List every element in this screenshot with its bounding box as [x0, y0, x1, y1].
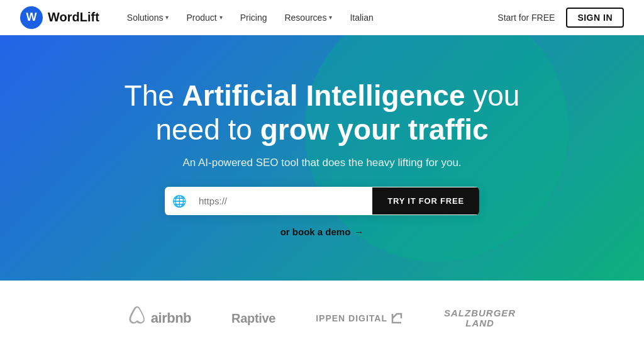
- signin-button[interactable]: SIGN IN: [566, 8, 624, 28]
- logo-salzburger-land: SalzburgerLand: [444, 308, 516, 329]
- hero-subheadline: An AI-powered SEO tool that does the hea…: [182, 157, 461, 169]
- chevron-down-icon: ▾: [219, 14, 223, 21]
- url-input[interactable]: [194, 187, 372, 215]
- nav-item-resources[interactable]: Resources ▾: [277, 9, 340, 26]
- logo-icon: W: [20, 6, 43, 29]
- hero-input-row: 🌐 TRY IT FOR FREE: [165, 187, 479, 215]
- try-free-button[interactable]: TRY IT FOR FREE: [372, 187, 479, 214]
- logo-ippen-digital: IPPEN DIGITAL: [316, 311, 404, 325]
- headline-bold1: Artificial Intelligence: [182, 79, 465, 112]
- book-demo-label: or book a demo: [280, 226, 351, 237]
- airbnb-label: airbnb: [151, 310, 191, 326]
- hero-section: The Artificial Intelligence you need to …: [0, 35, 644, 281]
- logo-airbnb: airbnb: [128, 306, 191, 331]
- chevron-down-icon: ▾: [165, 14, 169, 21]
- nav-item-italian[interactable]: Italian: [342, 9, 380, 26]
- logo-wordlift: WordLift: [48, 10, 99, 25]
- book-demo-link[interactable]: or book a demo →: [280, 226, 364, 237]
- ippen-label: IPPEN DIGITAL: [316, 311, 404, 325]
- airbnb-icon: [128, 306, 146, 331]
- nav-right: Start for FREE SIGN IN: [491, 8, 624, 28]
- logo-letter: W: [26, 11, 37, 24]
- headline-bold2: grow your traffic: [260, 113, 489, 146]
- nav-item-pricing[interactable]: Pricing: [233, 9, 275, 26]
- raptive-label: Raptive: [231, 311, 275, 326]
- nav-item-product[interactable]: Product ▾: [179, 9, 230, 26]
- globe-icon: 🌐: [165, 194, 194, 208]
- headline-part1: The: [125, 79, 182, 112]
- logos-section: airbnb Raptive IPPEN DIGITAL SalzburgerL…: [0, 281, 644, 356]
- logo-link[interactable]: W WordLift: [20, 6, 99, 29]
- arrow-icon: →: [354, 226, 364, 237]
- nav-item-solutions[interactable]: Solutions ▾: [119, 9, 177, 26]
- nav-links: Solutions ▾ Product ▾ Pricing Resources …: [119, 9, 492, 26]
- salzburg-label: SalzburgerLand: [444, 308, 516, 329]
- navbar: W WordLift Solutions ▾ Product ▾ Pricing…: [0, 0, 644, 35]
- logo-raptive: Raptive: [231, 311, 275, 326]
- nav-start-free[interactable]: Start for FREE: [491, 9, 561, 26]
- chevron-down-icon: ▾: [329, 14, 332, 21]
- hero-headline: The Artificial Intelligence you need to …: [96, 79, 548, 147]
